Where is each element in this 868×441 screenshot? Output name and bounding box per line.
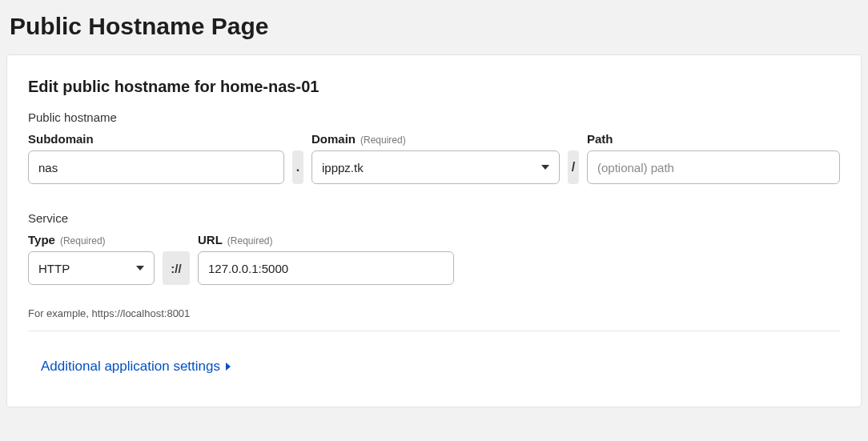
type-required-tag: (Required) — [60, 235, 106, 247]
additional-settings-toggle[interactable]: Additional application settings — [28, 359, 231, 375]
domain-required-tag: (Required) — [360, 134, 406, 146]
hostname-section-label: Public hostname — [28, 110, 840, 124]
type-select[interactable]: HTTP — [28, 251, 155, 285]
hostname-row: Subdomain . Domain (Required) ipppz.tk /… — [28, 132, 840, 184]
domain-group: Domain (Required) ipppz.tk — [311, 132, 560, 184]
service-section: Service Type (Required) HTTP :// URL (Re… — [28, 211, 840, 375]
path-group: Path — [587, 132, 840, 184]
protocol-separator: :// — [163, 251, 190, 285]
path-input[interactable] — [587, 150, 840, 184]
url-input[interactable] — [198, 251, 454, 285]
dot-separator: . — [292, 150, 303, 184]
example-text: For example, https://localhost:8001 — [28, 307, 840, 319]
url-required-tag: (Required) — [227, 235, 273, 247]
additional-settings-label: Additional application settings — [41, 359, 220, 375]
page-title: Public Hostname Page — [10, 13, 858, 40]
card-title: Edit public hostname for home-nas-01 — [28, 78, 840, 96]
url-group: URL (Required) — [198, 233, 454, 285]
page-header: Public Hostname Page — [0, 0, 868, 54]
subdomain-label: Subdomain — [28, 132, 284, 146]
hostname-card: Edit public hostname for home-nas-01 Pub… — [6, 54, 862, 407]
domain-label: Domain (Required) — [311, 132, 560, 146]
slash-separator: / — [568, 150, 579, 184]
url-label: URL (Required) — [198, 233, 454, 247]
chevron-right-icon — [226, 363, 231, 371]
divider — [28, 331, 840, 331]
type-value: HTTP — [38, 262, 70, 275]
service-row: Type (Required) HTTP :// URL (Required) — [28, 233, 840, 285]
service-section-label: Service — [28, 211, 840, 225]
path-label: Path — [587, 132, 840, 146]
type-label: Type (Required) — [28, 233, 155, 247]
domain-value: ipppz.tk — [322, 161, 364, 174]
subdomain-group: Subdomain — [28, 132, 284, 184]
subdomain-input[interactable] — [28, 150, 284, 184]
chevron-down-icon — [136, 266, 144, 271]
type-group: Type (Required) HTTP — [28, 233, 155, 285]
url-label-text: URL — [198, 233, 223, 247]
domain-label-text: Domain — [311, 132, 356, 146]
chevron-down-icon — [541, 165, 549, 170]
domain-select[interactable]: ipppz.tk — [311, 150, 560, 184]
type-label-text: Type — [28, 233, 55, 247]
